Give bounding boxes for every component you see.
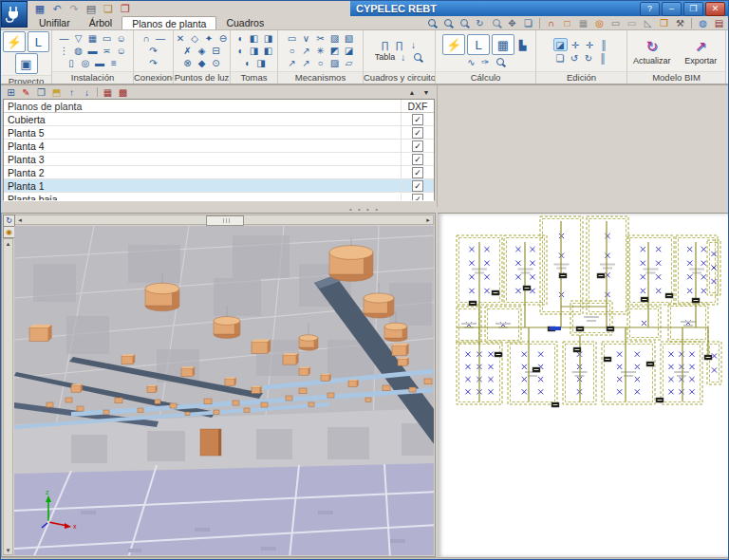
punto-luz-icon-7[interactable]: ⊟ — [210, 46, 222, 57]
table-row[interactable]: Planta 2✓ — [4, 166, 434, 179]
light-point[interactable] — [689, 389, 694, 394]
cuadro-icon-1[interactable]: ∏ — [379, 39, 391, 50]
cuadro-icon-2[interactable]: ∏ — [393, 39, 405, 50]
light-point[interactable] — [689, 352, 694, 357]
light-point[interactable] — [617, 352, 622, 357]
buscar-circuito-icon[interactable] — [411, 51, 423, 63]
room[interactable] — [661, 342, 702, 404]
light-point[interactable] — [679, 364, 683, 369]
light-point[interactable] — [701, 274, 706, 279]
light-point[interactable] — [538, 377, 543, 382]
collapse-down-button[interactable]: ▼ — [420, 87, 433, 98]
listados-icon[interactable]: L — [467, 34, 490, 55]
toma-icon-2[interactable]: ◧ — [248, 33, 260, 45]
light-fixture-cube[interactable] — [299, 367, 310, 376]
light-fixture-cube[interactable] — [398, 358, 409, 366]
move-up-icon[interactable]: ↑ — [65, 86, 78, 98]
table-row[interactable]: Planta 1✓ — [4, 179, 434, 193]
light-point[interactable] — [488, 364, 493, 369]
switch-panel[interactable] — [551, 402, 559, 407]
mecanismo-icon-13[interactable]: ○ — [314, 58, 327, 69]
maximize-button[interactable]: ❐ — [683, 2, 703, 16]
toma-icon-6[interactable]: ◧ — [262, 46, 274, 57]
asistente-icon[interactable]: ✑ — [479, 56, 492, 67]
light-fixture-cube[interactable] — [47, 402, 53, 407]
light-point[interactable] — [679, 377, 683, 382]
light-point[interactable] — [484, 289, 489, 293]
light-point[interactable] — [484, 274, 489, 279]
light-point[interactable] — [701, 261, 706, 266]
dxf-checkbox[interactable]: ✓ — [412, 140, 423, 152]
calculadora-icon[interactable]: ▦ — [492, 34, 514, 55]
punto-luz-icon-4[interactable]: ⊖ — [217, 33, 230, 45]
horizontal-scrollbar[interactable]: ◂ ▸ — [14, 215, 434, 225]
mecanismo-icon-4[interactable]: ▨ — [328, 33, 341, 45]
entity-snap-icon[interactable]: ▭ — [608, 17, 623, 29]
switch-panel[interactable] — [665, 293, 673, 298]
switch-panel[interactable] — [559, 273, 567, 278]
dxf-checkbox[interactable]: ✓ — [412, 194, 423, 202]
electrical-cabinet[interactable] — [200, 429, 221, 456]
mecanismo-icon-6[interactable]: ○ — [286, 46, 298, 57]
conexion-icon-4[interactable]: ↷ — [147, 58, 159, 69]
punto-luz-icon-6[interactable]: ◈ — [196, 46, 208, 57]
light-point[interactable] — [605, 233, 609, 238]
app-menu-button[interactable] — [1, 1, 28, 28]
add-plan-icon[interactable]: ⊞ — [5, 86, 17, 98]
light-point[interactable] — [605, 292, 609, 297]
light-point[interactable] — [538, 352, 543, 357]
light-point[interactable] — [515, 289, 520, 293]
room[interactable] — [587, 216, 628, 314]
mecanismo-icon-15[interactable]: ▱ — [343, 58, 355, 69]
light-point[interactable] — [617, 364, 622, 369]
light-fixture-cube[interactable] — [244, 408, 250, 412]
light-point[interactable] — [712, 353, 717, 358]
move-down-icon[interactable]: ↓ — [81, 86, 93, 98]
punto-luz-icon-3[interactable]: ✦ — [203, 33, 215, 45]
snap-magnet-icon[interactable]: ∩ — [544, 17, 558, 29]
toma-icon-3[interactable]: ◨ — [262, 33, 274, 45]
light-fixture-cube[interactable] — [327, 393, 334, 398]
switch-panel[interactable] — [641, 297, 648, 302]
room[interactable] — [457, 307, 481, 343]
import-plan-icon[interactable]: ⬒ — [50, 86, 63, 98]
light-point[interactable] — [522, 389, 527, 394]
switch-panel[interactable] — [607, 327, 614, 331]
punto-luz-icon-5[interactable]: ✗ — [181, 46, 194, 57]
tab-unifilar[interactable]: Unifilar — [29, 16, 80, 29]
exportar-button[interactable]: ↗Exportar — [679, 39, 724, 65]
light-point[interactable] — [668, 389, 673, 394]
room[interactable] — [627, 307, 661, 340]
table-row[interactable]: Cubierta✓ — [4, 113, 434, 126]
switch-panel[interactable] — [704, 355, 712, 360]
light-point[interactable] — [617, 389, 622, 394]
light-point[interactable] — [656, 274, 661, 279]
light-fixture-cube[interactable] — [392, 344, 409, 356]
conexion-icon-3[interactable]: ↷ — [147, 46, 159, 57]
tabla-button[interactable]: Tabla — [375, 51, 396, 63]
punto-luz-icon-10[interactable]: ⊙ — [210, 58, 222, 69]
switch-panel[interactable] — [469, 301, 477, 306]
light-point[interactable] — [687, 289, 692, 293]
punto-luz-icon-2[interactable]: ◇ — [189, 33, 201, 45]
light-point[interactable] — [522, 352, 527, 357]
light-fixture-cube[interactable] — [252, 339, 271, 353]
light-point[interactable] — [469, 261, 474, 266]
light-point[interactable] — [641, 289, 645, 293]
light-point[interactable] — [668, 364, 673, 369]
instalacion-icon-11[interactable]: ▯ — [65, 58, 78, 69]
archivo-icon[interactable]: ⚡ — [3, 31, 26, 52]
scroll-up-arrow[interactable]: ▴ — [4, 239, 13, 248]
grid-icon[interactable]: ▦ — [576, 17, 590, 29]
light-fixture-cube[interactable] — [181, 366, 195, 376]
mecanismo-icon-2[interactable]: ∨ — [300, 33, 312, 45]
instalacion-icon-1[interactable]: ― — [58, 33, 70, 45]
zoom-window-icon[interactable] — [424, 17, 439, 29]
light-fixture-cube[interactable] — [214, 410, 219, 414]
table-row[interactable]: Planta 5✓ — [4, 126, 434, 140]
light-point[interactable] — [469, 274, 474, 279]
punto-luz-icon-8[interactable]: ⊗ — [181, 58, 194, 69]
light-fixture-cube[interactable] — [122, 354, 135, 364]
zoom-out-icon[interactable] — [457, 17, 471, 29]
calcular-icon[interactable]: ⚡ — [442, 34, 465, 55]
